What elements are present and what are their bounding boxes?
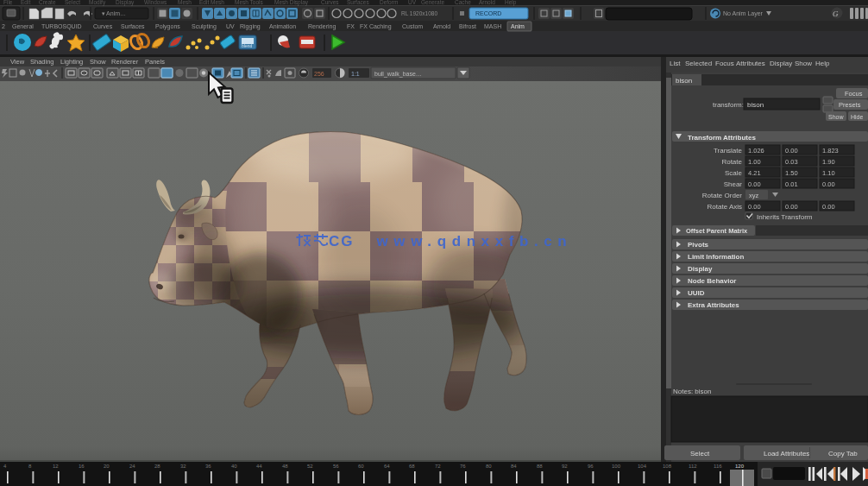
svg-text:Surfaces: Surfaces	[121, 23, 145, 29]
svg-text:UV: UV	[226, 23, 235, 29]
svg-text:56: 56	[333, 464, 339, 469]
svg-text:Sculpting: Sculpting	[192, 23, 217, 30]
svg-text:Show: Show	[795, 60, 812, 67]
svg-text:1:1: 1:1	[351, 71, 360, 77]
svg-text:0.00: 0.00	[785, 203, 798, 211]
svg-text:bison: bison	[676, 77, 692, 85]
svg-text:▾ Anim…: ▾ Anim…	[102, 10, 126, 16]
svg-text:TURBOSQUID: TURBOSQUID	[41, 23, 82, 30]
svg-text:0.00: 0.00	[785, 147, 798, 155]
svg-text:Extra Attributes: Extra Attributes	[688, 301, 739, 309]
svg-text:Display: Display	[688, 265, 713, 273]
svg-text:Show: Show	[90, 58, 106, 66]
svg-text:92: 92	[562, 464, 568, 469]
svg-text:Rigging: Rigging	[240, 23, 261, 30]
svg-text:Bifrost: Bifrost	[459, 23, 476, 29]
svg-text:256: 256	[314, 71, 324, 77]
svg-text:1.00: 1.00	[748, 158, 761, 166]
svg-text:UV: UV	[408, 0, 417, 5]
svg-text:Show: Show	[828, 114, 844, 120]
svg-text:72: 72	[435, 464, 441, 469]
svg-text:Limit Information: Limit Information	[688, 253, 744, 261]
svg-text:Mesh: Mesh	[178, 0, 192, 5]
svg-text:Windows: Windows	[144, 0, 167, 5]
svg-text:44: 44	[256, 464, 262, 469]
svg-text:0.00: 0.00	[822, 180, 835, 188]
svg-text:Help: Help	[815, 60, 830, 67]
svg-text:48: 48	[282, 464, 288, 469]
svg-text:88: 88	[537, 464, 543, 469]
svg-text:bison: bison	[747, 101, 764, 109]
svg-text:Hide: Hide	[851, 114, 864, 120]
svg-text:Mesh Tools: Mesh Tools	[235, 0, 264, 5]
svg-text:bull_walk_base…: bull_walk_base…	[374, 71, 422, 78]
svg-text:Attributes: Attributes	[736, 60, 765, 67]
svg-text:Focus: Focus	[845, 90, 863, 98]
svg-text:Anim: Anim	[511, 23, 525, 29]
svg-text:Animation: Animation	[269, 23, 296, 29]
svg-text:Surfaces: Surfaces	[347, 0, 369, 5]
svg-text:76: 76	[460, 464, 466, 469]
svg-text:Notes: bison: Notes: bison	[673, 388, 711, 395]
svg-text:Display: Display	[770, 60, 792, 67]
svg-text:112: 112	[689, 464, 697, 469]
svg-text:100: 100	[612, 464, 621, 469]
svg-text:1.823: 1.823	[822, 147, 839, 155]
svg-text:Focus: Focus	[715, 60, 734, 67]
svg-text:Select: Select	[65, 0, 80, 5]
svg-text:Shear: Shear	[724, 180, 743, 188]
svg-text:Scale: Scale	[725, 169, 743, 177]
svg-text:0.03: 0.03	[785, 158, 798, 166]
svg-text:0.01: 0.01	[785, 180, 798, 188]
svg-text:16: 16	[79, 464, 85, 469]
svg-text:12: 12	[53, 464, 59, 469]
svg-text:File: File	[3, 0, 13, 5]
svg-text:40: 40	[231, 464, 237, 469]
svg-text:52: 52	[307, 464, 313, 469]
svg-text:108: 108	[663, 464, 672, 469]
svg-text:Inherits Transform: Inherits Transform	[757, 213, 813, 221]
svg-text:Cache: Cache	[455, 0, 471, 5]
svg-text:Rendering: Rendering	[308, 23, 336, 30]
svg-text:xyz: xyz	[749, 192, 759, 199]
svg-text:Transform Attributes: Transform Attributes	[688, 134, 756, 142]
svg-text:32: 32	[180, 464, 186, 469]
svg-text:1.50: 1.50	[785, 169, 798, 177]
svg-text:Generate: Generate	[421, 0, 444, 5]
svg-text:View: View	[10, 58, 25, 66]
svg-text:Edit Mesh: Edit Mesh	[199, 0, 224, 5]
svg-text:Node Behavior: Node Behavior	[688, 277, 736, 285]
svg-text:20: 20	[104, 464, 110, 469]
svg-text:116: 116	[714, 464, 722, 469]
svg-text:120: 120	[735, 464, 745, 469]
svg-text:68: 68	[409, 464, 415, 469]
svg-text:FX Caching: FX Caching	[360, 23, 392, 30]
svg-text:MASH: MASH	[484, 23, 501, 29]
svg-text:Load Attributes: Load Attributes	[764, 450, 809, 458]
svg-text:G: G	[833, 9, 839, 18]
svg-text:0.00: 0.00	[748, 203, 761, 211]
svg-text:24: 24	[129, 464, 135, 469]
svg-text:RECORD: RECORD	[475, 10, 501, 16]
svg-text:4.21: 4.21	[748, 169, 761, 177]
svg-text:Presets: Presets	[839, 101, 861, 109]
svg-text:Pivots: Pivots	[688, 241, 709, 249]
svg-text:Panels: Panels	[145, 58, 165, 66]
svg-text:Curves: Curves	[93, 23, 113, 29]
svg-text:Rotate Axis: Rotate Axis	[708, 203, 742, 211]
svg-text:List: List	[670, 60, 681, 67]
svg-text:60: 60	[358, 464, 364, 469]
svg-text:Arnold: Arnold	[433, 23, 450, 29]
svg-text:Rotate Order: Rotate Order	[702, 192, 743, 199]
svg-text:Rotate: Rotate	[721, 158, 742, 166]
svg-text:104: 104	[638, 464, 647, 469]
svg-text:blend: blend	[242, 43, 252, 48]
svg-text:Custom: Custom	[402, 23, 423, 29]
svg-text:0.00: 0.00	[748, 180, 761, 188]
svg-text:Lighting: Lighting	[60, 58, 83, 66]
svg-text:84: 84	[511, 464, 517, 469]
svg-text:96: 96	[588, 464, 594, 469]
svg-text:FX: FX	[347, 23, 355, 29]
svg-text:No Anim Layer: No Anim Layer	[723, 10, 764, 17]
svg-text:64: 64	[384, 464, 390, 469]
